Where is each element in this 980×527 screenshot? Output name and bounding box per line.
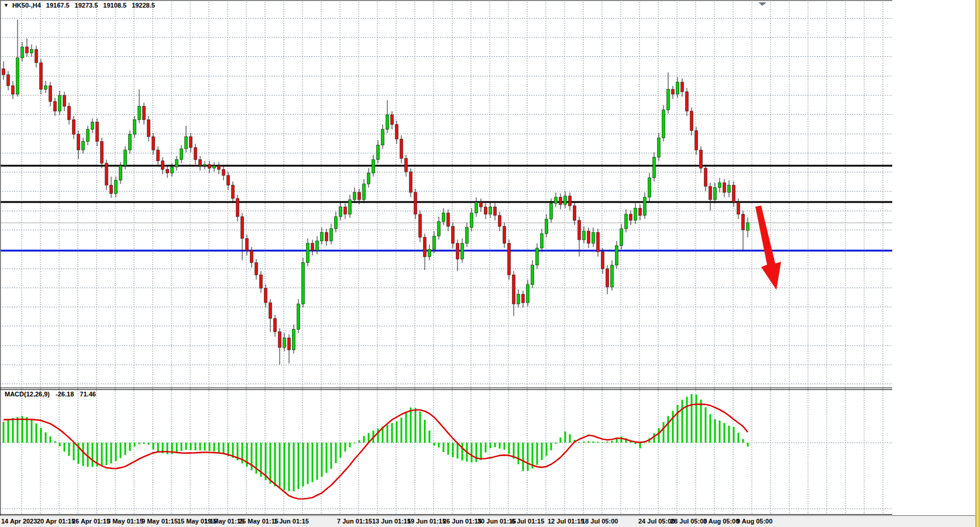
candle	[208, 165, 211, 168]
candle	[218, 166, 221, 169]
candle	[339, 207, 342, 217]
candle	[615, 246, 618, 265]
candle	[321, 232, 324, 241]
symbol-period-label: HK50-,H4	[12, 2, 41, 9]
candle	[232, 185, 235, 199]
candle	[194, 148, 197, 160]
candle	[742, 214, 745, 230]
candle	[466, 228, 469, 244]
candle	[307, 244, 310, 263]
candle	[452, 227, 455, 244]
time-axis[interactable]: 14 Apr 202320 Apr 01:1526 Apr 01:153 May…	[0, 515, 980, 527]
candle	[620, 229, 623, 246]
candle	[709, 186, 712, 200]
candle	[246, 238, 249, 251]
candle	[475, 202, 478, 213]
time-tick-label: 9 May 01:15	[142, 518, 178, 525]
candle	[190, 136, 192, 148]
trend-arrow-annotation[interactable]	[755, 206, 781, 290]
candle	[250, 251, 253, 263]
candle	[747, 223, 749, 231]
price-axis[interactable]: 20915.520758.020600.520438.520281.020123…	[892, 0, 976, 390]
chart-shift-marker-icon[interactable]	[758, 2, 766, 6]
candle	[274, 319, 277, 332]
candle	[124, 150, 127, 166]
candle	[569, 196, 572, 206]
candle	[658, 138, 661, 157]
candle	[405, 159, 408, 172]
candle	[559, 197, 562, 204]
candle	[236, 199, 239, 217]
candle	[536, 248, 539, 265]
macd-indicator-label: MACD(12,26,9) -26.18 71.46	[5, 391, 100, 398]
candle	[96, 122, 99, 141]
candle	[531, 265, 534, 285]
candle	[115, 180, 118, 194]
chart-canvas[interactable]	[0, 0, 980, 527]
candle	[733, 185, 735, 202]
candle	[63, 95, 66, 107]
candle	[550, 203, 553, 219]
candle	[508, 244, 511, 275]
time-tick-label: 25 May 01:15	[239, 518, 278, 525]
candle	[7, 75, 10, 86]
candle	[630, 214, 632, 220]
symbol-dropdown-icon[interactable]: ▼	[4, 2, 9, 8]
candle	[583, 231, 586, 239]
candle	[335, 217, 338, 229]
macd-name: MACD(12,26,9)	[5, 391, 50, 398]
candle	[147, 119, 150, 136]
candle	[419, 214, 422, 237]
candle	[180, 149, 183, 160]
candle	[152, 136, 155, 150]
candle	[522, 294, 525, 302]
candle	[634, 208, 637, 220]
time-tick-label: 6 Jul 01:15	[511, 518, 544, 525]
candle	[578, 220, 581, 239]
candle	[428, 249, 431, 256]
candle	[12, 85, 15, 94]
candle	[349, 200, 352, 214]
candle	[372, 160, 375, 173]
candle	[704, 168, 707, 186]
candle	[667, 90, 670, 110]
candle	[255, 263, 258, 275]
candle	[555, 197, 558, 203]
macd-axis[interactable]: 332.060.00-446.36	[892, 390, 976, 515]
candle	[587, 231, 590, 244]
candle	[110, 185, 113, 193]
window-edge	[975, 0, 980, 527]
candle	[700, 150, 703, 168]
quote-close: 19228.5	[132, 2, 155, 9]
candle	[363, 184, 366, 200]
candle	[396, 125, 398, 139]
candle	[133, 119, 136, 134]
candle	[433, 236, 436, 249]
candle	[101, 142, 104, 163]
candle	[723, 183, 726, 193]
candle	[2, 69, 5, 74]
candle	[260, 275, 263, 288]
quote-open: 19167.5	[46, 2, 70, 9]
time-tick-label: 3 Aug 05:00	[703, 518, 739, 525]
candle	[662, 110, 665, 138]
candle	[30, 49, 33, 53]
candle	[456, 244, 459, 259]
candle	[592, 232, 595, 244]
candle	[737, 202, 740, 214]
candle	[686, 92, 689, 111]
candle	[410, 172, 412, 192]
candle	[59, 95, 61, 111]
candle	[672, 90, 675, 94]
candle	[171, 167, 174, 173]
candle	[49, 85, 52, 101]
time-tick-label: 24 Jul 05:00	[638, 518, 675, 525]
candle	[611, 265, 614, 287]
candle	[358, 193, 361, 200]
candle	[480, 202, 483, 207]
chart-window: ▼ HK50-,H4 19167.5 19273.5 19108.5 19228…	[0, 0, 980, 527]
candle	[143, 107, 146, 120]
candle	[676, 82, 679, 94]
time-tick-label: 20 Apr 01:15	[37, 518, 75, 525]
candle	[26, 47, 29, 53]
